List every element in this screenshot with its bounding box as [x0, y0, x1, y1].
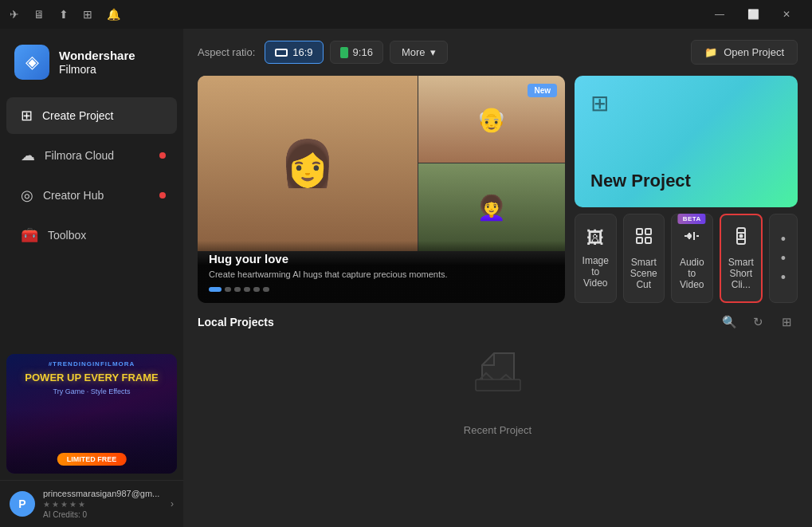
upload-icon[interactable]: ⬆	[59, 8, 69, 21]
logo-area: ◈ Wondershare Filmora	[0, 35, 183, 96]
aspect-9-16-label: 9:16	[353, 46, 373, 58]
sidebar-item-toolbox[interactable]: 🧰 Toolbox	[6, 217, 177, 254]
banner-hashtag: #TRENDINGINFILMORA	[6, 360, 177, 368]
chevron-down-icon: ▾	[430, 46, 436, 58]
sidebar-banner[interactable]: #TRENDINGINFILMORA POWER UP EVERY FRAME …	[6, 354, 177, 474]
section-actions: 🔍 ↻ ⊞	[718, 311, 798, 333]
star-row: ★ ★ ★ ★ ★	[43, 500, 163, 509]
cloud-badge	[159, 152, 166, 159]
image-to-video-icon: 🖼	[586, 228, 604, 249]
face-small-bottom: 👩‍🦱	[418, 163, 565, 251]
quick-action-label: Smart Scene Cut	[630, 257, 658, 290]
aspect-9-16-button[interactable]: 9:16	[330, 41, 383, 64]
quick-action-audio-to-video[interactable]: BETA Audio to Video	[671, 214, 713, 303]
main-content: ⊞ New Project 🖼 Image to Video	[183, 76, 812, 527]
grid-view-button[interactable]: ⊞	[775, 311, 798, 333]
quick-actions-row: 🖼 Image to Video	[575, 214, 798, 303]
folder-icon: 📁	[704, 46, 717, 58]
monitor-icon[interactable]: 🖥	[33, 8, 45, 21]
promo-dot-5	[253, 287, 260, 292]
share-icon[interactable]: ✈	[10, 8, 19, 21]
toolbar: Aspect ratio: 16:9 9:16 More ▾ 📁 Open Pr…	[183, 29, 812, 76]
promo-content: Hug your love Create heartwarming AI hug…	[198, 241, 565, 303]
maximize-button[interactable]: ⬜	[737, 3, 769, 26]
banner-title: POWER UP EVERY FRAME	[14, 372, 169, 384]
smart-short-clip-icon	[732, 226, 751, 250]
sidebar-item-create-project[interactable]: ⊞ Create Project	[6, 97, 177, 134]
svg-rect-0	[637, 229, 642, 234]
aspect-ratio-label: Aspect ratio:	[198, 46, 255, 58]
product-name: Filmora	[59, 63, 135, 77]
user-area[interactable]: P princessmarasigan987@gm... ★ ★ ★ ★ ★ A…	[0, 480, 183, 527]
audio-to-video-icon	[682, 226, 701, 250]
refresh-button[interactable]: ↻	[747, 311, 769, 333]
user-email: princessmarasigan987@gm...	[43, 489, 163, 498]
promo-title: Hug your love	[209, 252, 554, 265]
empty-text: Recent Project	[464, 424, 532, 436]
more-actions-button[interactable]: • • •	[769, 214, 798, 303]
banner-sub: Try Game · Style Effects	[14, 387, 169, 395]
svg-point-8	[739, 235, 742, 238]
creator-hub-icon: ◎	[21, 187, 33, 204]
titlebar: ✈ 🖥 ⬆ ⊞ 🔔 — ⬜ ✕	[0, 0, 812, 29]
local-projects-section: Local Projects 🔍 ↻ ⊞	[198, 311, 798, 436]
smart-scene-cut-icon	[634, 226, 653, 250]
quick-action-image-to-video[interactable]: 🖼 Image to Video	[575, 214, 617, 303]
aspect-16-9-button[interactable]: 16:9	[265, 41, 323, 64]
quick-action-label: Image to Video	[582, 255, 610, 289]
sidebar-item-label: Toolbox	[48, 229, 86, 242]
promo-card[interactable]: 👩 👴 👩‍🦱 New Hug your love Create heartwa…	[198, 76, 565, 303]
user-arrow-icon: ›	[171, 498, 174, 509]
promo-dot-2	[225, 287, 231, 292]
toolbox-icon: 🧰	[21, 226, 38, 244]
star-4: ★	[69, 500, 76, 509]
cloud-icon: ☁	[21, 147, 35, 164]
creator-hub-badge	[159, 192, 166, 199]
user-info: princessmarasigan987@gm... ★ ★ ★ ★ ★ AI …	[43, 489, 163, 519]
promo-dot-6	[263, 287, 269, 292]
search-button[interactable]: 🔍	[718, 311, 740, 333]
open-project-button[interactable]: 📁 Open Project	[691, 40, 798, 65]
svg-rect-3	[645, 238, 651, 243]
dots-icon-2: •	[781, 250, 786, 267]
quick-action-label: Smart Short Cli...	[728, 257, 755, 290]
star-1: ★	[43, 500, 50, 509]
sidebar-item-creator-hub[interactable]: ◎ Creator Hub	[6, 177, 177, 214]
star-5: ★	[78, 500, 85, 509]
avatar: P	[10, 491, 35, 517]
grid-icon[interactable]: ⊞	[83, 8, 92, 21]
promo-dots	[209, 287, 554, 292]
left-top: ⊞ New Project 🖼 Image to Video	[575, 76, 798, 303]
bell-icon[interactable]: 🔔	[107, 8, 120, 21]
sidebar: ◈ Wondershare Filmora ⊞ Create Project ☁…	[0, 29, 183, 527]
sidebar-item-label: Create Project	[42, 109, 113, 122]
svg-rect-9	[476, 380, 520, 391]
brand-name: Wondershare	[59, 49, 135, 63]
sidebar-item-filmora-cloud[interactable]: ☁ Filmora Cloud	[6, 137, 177, 174]
top-section: ⊞ New Project 🖼 Image to Video	[198, 76, 798, 303]
close-button[interactable]: ✕	[771, 3, 802, 26]
new-project-card[interactable]: ⊞ New Project	[575, 76, 798, 207]
sidebar-item-label: Creator Hub	[43, 189, 104, 202]
more-button[interactable]: More ▾	[390, 41, 448, 64]
face-main: 👩	[198, 76, 418, 251]
star-3: ★	[61, 500, 68, 509]
sidebar-item-label: Filmora Cloud	[45, 149, 114, 162]
titlebar-controls: — ⬜ ✕	[704, 3, 802, 26]
quick-action-label: Audio to Video	[678, 257, 706, 290]
star-2: ★	[52, 500, 59, 509]
promo-description: Create heartwarming AI hugs that capture…	[209, 269, 554, 281]
aspect-9-16-icon	[340, 47, 348, 58]
titlebar-icons: ✈ 🖥 ⬆ ⊞ 🔔	[10, 8, 120, 21]
add-icon: ⊞	[590, 90, 609, 116]
new-badge: New	[528, 84, 557, 97]
promo-dot-1	[209, 287, 222, 292]
promo-dot-4	[244, 287, 250, 292]
quick-action-smart-short-clip[interactable]: Smart Short Cli...	[720, 214, 763, 303]
dots-icon-3: •	[781, 269, 786, 286]
svg-rect-1	[645, 229, 651, 234]
quick-action-smart-scene-cut[interactable]: Smart Scene Cut	[623, 214, 665, 303]
more-label: More	[402, 46, 426, 58]
promo-dot-3	[234, 287, 241, 292]
minimize-button[interactable]: —	[704, 3, 736, 26]
